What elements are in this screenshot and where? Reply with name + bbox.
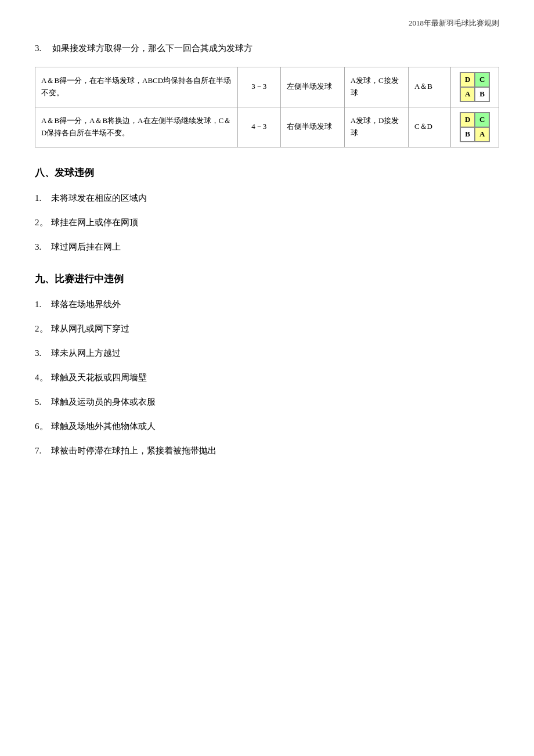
court-grid: DCBA: [460, 112, 490, 142]
item-text: 球触及天花板或四周墙壁: [51, 370, 499, 384]
row-serve-receive: A发球，C接发球: [344, 67, 408, 107]
court-cell: C: [475, 113, 489, 127]
item-number: 7.: [35, 444, 51, 458]
intro-text: 如果接发球方取得一分，那么下一回合其成为发球方: [52, 41, 499, 55]
section8: 八、发球违例 1.未将球发在相应的区域内2。球挂在网上或停在网顶3.球过网后挂在…: [35, 165, 499, 254]
section9-item: 5.球触及运动员的身体或衣服: [35, 395, 499, 409]
section8-item: 1.未将球发在相应的区域内: [35, 191, 499, 205]
item-number: 2。: [35, 322, 51, 336]
table-section: A＆B得一分，在右半场发球，ABCD均保持各自所在半场不变。3－3左侧半场发球A…: [35, 67, 499, 147]
section9-item: 7.球被击时停滞在球拍上，紧接着被拖带抛出: [35, 444, 499, 458]
court-cell: B: [475, 87, 489, 102]
intro-number: 3.: [35, 41, 52, 55]
section8-item: 3.球过网后挂在网上: [35, 240, 499, 254]
page-title: 2018年最新羽毛球比赛规则: [409, 19, 499, 27]
item-text: 球从网孔或网下穿过: [51, 322, 499, 336]
court-cell: D: [460, 113, 475, 127]
section9-item: 3.球未从网上方越过: [35, 346, 499, 360]
row-score: 3－3: [238, 67, 280, 107]
item-text: 球触及场地外其他物体或人: [51, 419, 499, 433]
table-row: A＆B得一分，在右半场发球，ABCD均保持各自所在半场不变。3－3左侧半场发球A…: [35, 67, 499, 107]
section8-heading: 八、发球违例: [35, 165, 499, 181]
page-header: 2018年最新羽毛球比赛规则: [35, 17, 499, 30]
court-cell: C: [475, 73, 489, 87]
row-score: 4－3: [238, 107, 280, 147]
section9-item: 2。球从网孔或网下穿过: [35, 322, 499, 336]
item-text: 球挂在网上或停在网顶: [51, 215, 499, 229]
court-cell: A: [475, 127, 489, 142]
item-number: 1.: [35, 297, 51, 311]
court-cell: B: [460, 127, 475, 142]
item-number: 5.: [35, 395, 51, 409]
section9-item: 4。球触及天花板或四周墙壁: [35, 370, 499, 384]
court-grid: DCAB: [460, 72, 490, 102]
item-number: 4。: [35, 370, 51, 384]
row-description: A＆B得一分，在右半场发球，ABCD均保持各自所在半场不变。: [35, 67, 238, 107]
row-serve-side: 左侧半场发球: [280, 67, 344, 107]
section9-heading: 九、比赛进行中违例: [35, 271, 499, 287]
row-serve-receive: A发球，D接发球: [344, 107, 408, 147]
row-description: A＆B得一分，A＆B将换边，A在左侧半场继续发球，C＆D保持各自所在半场不变。: [35, 107, 238, 147]
intro-item: 3. 如果接发球方取得一分，那么下一回合其成为发球方: [35, 41, 499, 55]
section8-item: 2。球挂在网上或停在网顶: [35, 215, 499, 229]
item-text: 球触及运动员的身体或衣服: [51, 395, 499, 409]
item-number: 3.: [35, 240, 51, 254]
item-text: 球落在场地界线外: [51, 297, 499, 311]
row-court: DCAB: [451, 67, 499, 107]
row-pair: A＆B: [408, 67, 450, 107]
item-number: 2。: [35, 215, 51, 229]
court-cell: A: [460, 87, 475, 102]
section9-item: 6。球触及场地外其他物体或人: [35, 419, 499, 433]
item-text: 球未从网上方越过: [51, 346, 499, 360]
item-number: 1.: [35, 191, 51, 205]
item-text: 未将球发在相应的区域内: [51, 191, 499, 205]
section9-item: 1.球落在场地界线外: [35, 297, 499, 311]
court-cell: D: [460, 73, 475, 87]
section9: 九、比赛进行中违例 1.球落在场地界线外2。球从网孔或网下穿过3.球未从网上方越…: [35, 271, 499, 458]
item-number: 6。: [35, 419, 51, 433]
item-number: 3.: [35, 346, 51, 360]
row-serve-side: 右侧半场发球: [280, 107, 344, 147]
table-row: A＆B得一分，A＆B将换边，A在左侧半场继续发球，C＆D保持各自所在半场不变。4…: [35, 107, 499, 147]
row-court: DCBA: [451, 107, 499, 147]
rules-table: A＆B得一分，在右半场发球，ABCD均保持各自所在半场不变。3－3左侧半场发球A…: [35, 67, 499, 147]
item-text: 球被击时停滞在球拍上，紧接着被拖带抛出: [51, 444, 499, 458]
row-pair: C＆D: [408, 107, 450, 147]
item-text: 球过网后挂在网上: [51, 240, 499, 254]
